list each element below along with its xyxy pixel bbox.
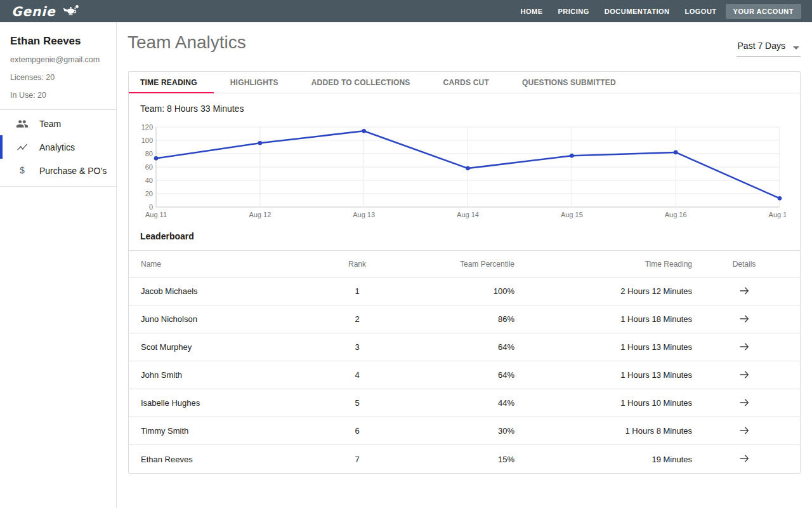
arrow-forward-icon bbox=[738, 318, 750, 327]
table-row: Ethan Reeves715%19 Minutes bbox=[129, 445, 800, 473]
logo[interactable]: Genie bbox=[11, 3, 81, 20]
cell-rank: 4 bbox=[319, 370, 395, 380]
sidebar-item-label: Purchase & PO's bbox=[39, 166, 107, 176]
date-range-select[interactable]: Past 7 Days bbox=[737, 39, 801, 57]
sidebar-item-purchase-po-s[interactable]: $Purchase & PO's bbox=[0, 159, 116, 182]
svg-text:Aug 14: Aug 14 bbox=[457, 211, 479, 218]
cell-name: Timmy Smith bbox=[129, 426, 319, 436]
row-details-button[interactable] bbox=[735, 283, 753, 298]
table-row: Juno Nicholson286%1 Hours 18 Minutes bbox=[129, 305, 800, 333]
cell-name: Juno Nicholson bbox=[129, 314, 319, 324]
cell-name: John Smith bbox=[129, 370, 319, 380]
chevron-down-icon bbox=[793, 41, 799, 52]
tab-questions-submitted[interactable]: QUESTIONS SUBMITTED bbox=[506, 72, 632, 93]
sidebar-menu: TeamAnalytics$Purchase & PO's bbox=[0, 110, 116, 182]
row-details-button[interactable] bbox=[735, 339, 753, 354]
in-use-count: In Use: 20 bbox=[10, 91, 106, 100]
svg-text:0: 0 bbox=[149, 203, 153, 211]
cell-name: Scot Murphey bbox=[129, 342, 319, 352]
chart-summary: Team: 8 Hours 33 Minutes bbox=[139, 104, 790, 114]
table-row: Jacob Michaels1100%2 Hours 12 Minutes bbox=[129, 277, 800, 305]
page-title: Team Analytics bbox=[128, 32, 246, 53]
svg-text:60: 60 bbox=[145, 163, 153, 171]
cell-name: Isabelle Hughes bbox=[129, 398, 319, 408]
active-indicator bbox=[0, 135, 3, 159]
cell-name: Ethan Reeves bbox=[129, 455, 319, 464]
nav-item-pricing[interactable]: PRICING bbox=[558, 8, 589, 15]
cell-percentile: 15% bbox=[395, 455, 522, 464]
cell-rank: 3 bbox=[319, 342, 395, 352]
row-details-button[interactable] bbox=[735, 451, 753, 466]
row-details-button[interactable] bbox=[735, 311, 753, 326]
column-header-time: Time Reading bbox=[522, 260, 700, 269]
cell-rank: 1 bbox=[319, 286, 395, 296]
arrow-forward-icon bbox=[738, 345, 750, 355]
svg-text:Aug 11: Aug 11 bbox=[145, 211, 167, 218]
cell-percentile: 100% bbox=[395, 286, 522, 296]
svg-text:Aug 17: Aug 17 bbox=[769, 211, 786, 218]
cell-percentile: 86% bbox=[395, 314, 522, 324]
cell-percentile: 44% bbox=[395, 398, 522, 408]
table-row: Scot Murphey364%1 Hours 13 Minutes bbox=[129, 333, 800, 361]
column-header-percentile: Team Percentile bbox=[395, 260, 522, 269]
cell-time-reading: 1 Hours 13 Minutes bbox=[522, 342, 700, 352]
column-header-rank: Rank bbox=[319, 260, 395, 269]
row-details-button[interactable] bbox=[735, 423, 753, 438]
trend-icon bbox=[15, 141, 29, 154]
logo-text: Genie bbox=[11, 4, 56, 19]
svg-text:$: $ bbox=[20, 165, 25, 175]
time-reading-chart: 020406080100120Aug 11Aug 12Aug 13Aug 14A… bbox=[139, 122, 786, 221]
svg-text:100: 100 bbox=[141, 137, 153, 144]
arrow-forward-icon bbox=[738, 373, 750, 383]
page-head: Team Analytics Past 7 Days bbox=[117, 22, 812, 71]
sidebar-item-analytics[interactable]: Analytics bbox=[0, 135, 116, 159]
tab-cards-cut[interactable]: CARDS CUT bbox=[427, 72, 506, 93]
tab-time-reading[interactable]: TIME READING bbox=[129, 72, 214, 93]
svg-text:Aug 15: Aug 15 bbox=[561, 211, 583, 218]
leaderboard-title: Leaderboard bbox=[140, 231, 800, 241]
dollar-icon: $ bbox=[15, 164, 29, 177]
leaderboard-table: Name Rank Team Percentile Time Reading D… bbox=[129, 250, 800, 473]
analytics-card: TIME READINGHIGHLIGHTSADDED TO COLLECTIO… bbox=[128, 71, 801, 474]
arrow-forward-icon bbox=[738, 429, 750, 439]
cell-percentile: 64% bbox=[395, 370, 522, 380]
nav-item-documentation[interactable]: DOCUMENTATION bbox=[605, 8, 670, 15]
tab-added-to-collections[interactable]: ADDED TO COLLECTIONS bbox=[295, 72, 427, 93]
svg-text:Aug 16: Aug 16 bbox=[665, 211, 687, 218]
cell-percentile: 64% bbox=[395, 342, 522, 352]
sidebar-item-team[interactable]: Team bbox=[0, 112, 116, 135]
nav-item-home[interactable]: HOME bbox=[521, 8, 543, 15]
svg-text:40: 40 bbox=[145, 177, 153, 184]
leaderboard-body: Jacob Michaels1100%2 Hours 12 MinutesJun… bbox=[129, 277, 800, 473]
row-details-button[interactable] bbox=[735, 367, 753, 382]
table-row: Timmy Smith630%1 Hours 8 Minutes bbox=[129, 417, 800, 445]
user-name: Ethan Reeves bbox=[10, 35, 106, 48]
sidebar-item-label: Team bbox=[39, 119, 61, 129]
topbar-nav: HOMEPRICINGDOCUMENTATIONLOGOUT bbox=[521, 8, 717, 15]
tab-bar: TIME READINGHIGHLIGHTSADDED TO COLLECTIO… bbox=[129, 72, 800, 93]
nav-item-logout[interactable]: LOGOUT bbox=[685, 8, 717, 15]
genie-lamp-icon bbox=[62, 4, 81, 20]
svg-text:20: 20 bbox=[145, 190, 153, 197]
arrow-forward-icon bbox=[738, 290, 750, 299]
table-row: Isabelle Hughes544%1 Hours 10 Minutes bbox=[129, 389, 800, 417]
cell-time-reading: 19 Minutes bbox=[522, 455, 700, 464]
cell-percentile: 30% bbox=[395, 426, 522, 436]
svg-text:Aug 13: Aug 13 bbox=[353, 211, 375, 218]
cell-time-reading: 1 Hours 8 Minutes bbox=[522, 426, 700, 436]
svg-text:Aug 12: Aug 12 bbox=[249, 211, 271, 218]
date-range-value: Past 7 Days bbox=[738, 41, 785, 51]
your-account-button[interactable]: YOUR ACCOUNT bbox=[726, 4, 801, 19]
people-icon bbox=[15, 117, 29, 130]
sidebar: Ethan Reeves extempgenie@gmail.com Licen… bbox=[0, 22, 117, 508]
main-content: Team Analytics Past 7 Days TIME READINGH… bbox=[117, 22, 812, 508]
sidebar-item-label: Analytics bbox=[39, 142, 75, 152]
user-email: extempgenie@gmail.com bbox=[10, 55, 106, 64]
column-header-details: Details bbox=[700, 260, 789, 269]
row-details-button[interactable] bbox=[735, 395, 753, 410]
cell-rank: 6 bbox=[319, 426, 395, 436]
tab-highlights[interactable]: HIGHLIGHTS bbox=[214, 72, 295, 93]
svg-text:80: 80 bbox=[145, 150, 153, 157]
chart-section: Team: 8 Hours 33 Minutes 020406080100120… bbox=[129, 93, 800, 221]
cell-rank: 7 bbox=[319, 455, 395, 464]
